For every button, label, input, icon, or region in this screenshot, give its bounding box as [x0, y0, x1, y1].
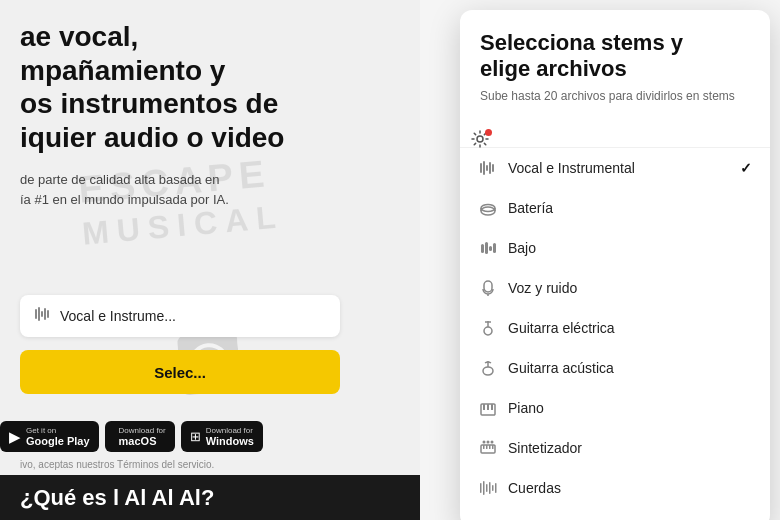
hero-subtitle: de parte de calidad alta basada en ía #1…: [20, 170, 240, 209]
stem-item-piano[interactable]: Piano: [460, 388, 770, 428]
svg-rect-29: [491, 404, 493, 410]
stem-label-1: Batería: [508, 200, 752, 216]
svg-point-37: [491, 440, 494, 443]
windows-button[interactable]: ⊞ Download for Windows: [181, 421, 263, 452]
svg-rect-12: [492, 164, 494, 172]
stem-label-7: Sintetizador: [508, 440, 752, 456]
red-notification-dot: [485, 129, 492, 136]
svg-rect-19: [489, 246, 492, 251]
svg-rect-10: [486, 165, 488, 171]
stem-icon-piano: [478, 398, 498, 418]
stem-icon-synth: [478, 438, 498, 458]
svg-rect-2: [35, 309, 37, 319]
svg-rect-39: [483, 481, 485, 495]
stem-item-guitar-a[interactable]: Guitarra acústica: [460, 348, 770, 388]
store-buttons-area: ▶ Get it on Google Play Download for mac…: [0, 421, 420, 452]
stem-preview-bar: Vocal e Instrume...: [20, 295, 340, 337]
svg-rect-8: [480, 163, 482, 173]
svg-rect-42: [492, 485, 494, 491]
stem-label-3: Voz y ruido: [508, 280, 752, 296]
modal-header: Selecciona stems y elige archivos Sube h…: [460, 10, 770, 147]
svg-rect-38: [480, 483, 482, 493]
svg-rect-28: [487, 404, 489, 410]
svg-rect-31: [483, 445, 485, 449]
svg-point-25: [483, 367, 493, 375]
svg-rect-27: [483, 404, 485, 410]
svg-rect-20: [493, 243, 496, 253]
stem-bar-label: Vocal e Instrume...: [60, 308, 326, 324]
svg-rect-3: [38, 307, 40, 321]
svg-rect-32: [486, 445, 488, 449]
stems-dropdown-list: Vocal e Instrumental ✓ Batería Bajo Voz …: [460, 147, 770, 520]
stem-icon-voice: [478, 278, 498, 298]
modal-subtitle: Sube hasta 20 archivos para dividirlos e…: [480, 89, 750, 103]
stem-item-voice[interactable]: Voz y ruido: [460, 268, 770, 308]
svg-point-22: [484, 327, 492, 335]
svg-rect-34: [492, 445, 494, 449]
play-icon: ▶: [9, 428, 21, 446]
stem-icon-strings: [478, 478, 498, 498]
stem-item-synth[interactable]: Sintetizador: [460, 428, 770, 468]
svg-rect-11: [489, 162, 491, 174]
stem-item-bass[interactable]: Bajo: [460, 228, 770, 268]
stem-item-guitar-e[interactable]: Guitarra eléctrica: [460, 308, 770, 348]
stem-item-wind[interactable]: Viento: [460, 508, 770, 520]
macos-button[interactable]: Download for macOS: [105, 421, 175, 452]
stem-label-0: Vocal e Instrumental: [508, 160, 730, 176]
hero-text-block: ae vocal, mpañamiento y os instrumentos …: [20, 20, 300, 233]
stem-icon-drums: [478, 198, 498, 218]
stem-label-6: Piano: [508, 400, 752, 416]
left-section: ESCAPE MUSICAL ae vocal, mpañamiento y o…: [0, 0, 420, 520]
select-files-button[interactable]: Selec...: [20, 350, 340, 394]
svg-rect-5: [44, 308, 46, 320]
stem-item-drums[interactable]: Batería: [460, 188, 770, 228]
stem-label-8: Cuerdas: [508, 480, 752, 496]
terms-text: ivo, aceptas nuestros Términos del servi…: [20, 459, 300, 470]
windows-icon: ⊞: [190, 429, 201, 444]
stem-label-2: Bajo: [508, 240, 752, 256]
stem-item-strings[interactable]: Cuerdas: [460, 468, 770, 508]
check-icon: ✓: [740, 160, 752, 176]
stem-icon-guitar-e: [478, 318, 498, 338]
svg-rect-40: [486, 484, 488, 492]
svg-rect-9: [483, 161, 485, 175]
stem-icon-bass: [478, 238, 498, 258]
svg-rect-41: [489, 482, 491, 494]
stem-bar-icon: [34, 305, 52, 327]
svg-rect-18: [485, 242, 488, 254]
svg-rect-33: [489, 445, 491, 449]
svg-rect-6: [47, 310, 49, 318]
google-play-button[interactable]: ▶ Get it on Google Play: [0, 421, 99, 452]
svg-point-36: [487, 440, 490, 443]
stem-label-4: Guitarra eléctrica: [508, 320, 752, 336]
svg-point-35: [483, 440, 486, 443]
hero-title: ae vocal, mpañamiento y os instrumentos …: [20, 20, 300, 154]
bottom-bar: ¿Qué es l Al Al Al?: [0, 475, 420, 520]
svg-rect-4: [41, 311, 43, 317]
svg-rect-17: [481, 244, 484, 253]
stem-item-vocal[interactable]: Vocal e Instrumental ✓: [460, 148, 770, 188]
stem-label-5: Guitarra acústica: [508, 360, 752, 376]
svg-point-7: [477, 136, 483, 142]
modal-panel: Selecciona stems y elige archivos Sube h…: [460, 10, 770, 520]
stem-icon-guitar-a: [478, 358, 498, 378]
svg-rect-43: [495, 483, 497, 493]
modal-title: Selecciona stems y elige archivos: [480, 30, 750, 83]
stem-icon-vocal: [478, 158, 498, 178]
